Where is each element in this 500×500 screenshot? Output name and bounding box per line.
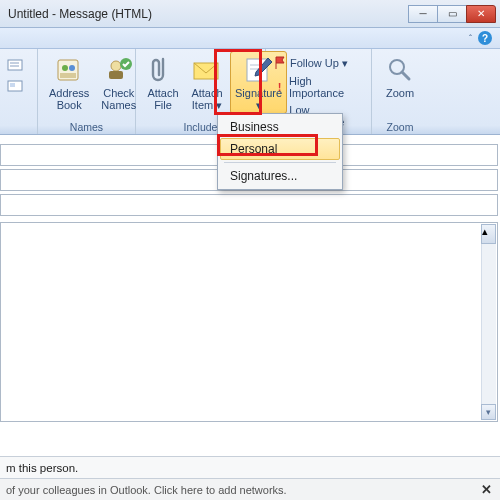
signature-menu-personal[interactable]: Personal (220, 138, 340, 160)
svg-rect-0 (8, 60, 22, 70)
social-connector-text: of your colleagues in Outlook. Click her… (6, 484, 287, 496)
high-importance-button[interactable]: ! High Importance (272, 74, 365, 100)
zoom-group: Zoom Zoom (372, 49, 428, 134)
names-group-label: Names (38, 121, 135, 133)
attach-file-label: Attach File (147, 87, 178, 111)
address-book-icon (53, 54, 85, 86)
names-group: Address Book Check Names Names (38, 49, 136, 134)
attach-file-button[interactable]: Attach File (142, 51, 184, 114)
title-bar: Untitled - Message (HTML) ─ ▭ ✕ (0, 0, 500, 28)
flag-icon (274, 56, 286, 70)
address-book-label: Address Book (49, 87, 89, 111)
maximize-button[interactable]: ▭ (437, 5, 467, 23)
scrollbar-track[interactable] (481, 224, 496, 420)
signature-menu: Business Personal Signatures... (217, 113, 343, 190)
signature-menu-signatures[interactable]: Signatures... (220, 165, 340, 187)
zoom-label: Zoom (386, 87, 414, 99)
check-names-label: Check Names (101, 87, 136, 111)
follow-up-label: Follow Up ▾ (290, 57, 348, 70)
zoom-group-label: Zoom (372, 121, 428, 133)
svg-rect-10 (109, 71, 123, 79)
small-ribbon-icon-2[interactable] (6, 76, 26, 96)
address-book-button[interactable]: Address Book (44, 51, 94, 114)
magnifier-icon (384, 54, 416, 86)
menu-separator (224, 162, 336, 163)
help-icon[interactable]: ? (478, 31, 492, 45)
scrollbar-up[interactable]: ▴ (481, 224, 496, 244)
message-body[interactable]: ▴ ▾ (0, 222, 498, 422)
subject-field[interactable] (0, 194, 498, 216)
envelope-icon (191, 54, 223, 86)
clipboard-group-partial (0, 49, 38, 134)
follow-up-button[interactable]: Follow Up ▾ (272, 55, 365, 71)
people-pane-header: m this person. (0, 456, 500, 478)
small-ribbon-icon[interactable] (6, 55, 26, 75)
check-names-icon (103, 54, 135, 86)
svg-point-9 (111, 61, 121, 71)
window-controls: ─ ▭ ✕ (409, 5, 496, 23)
svg-rect-4 (10, 83, 15, 87)
close-icon[interactable]: ✕ (481, 482, 492, 497)
svg-point-7 (69, 65, 75, 71)
svg-line-17 (402, 72, 409, 79)
attach-item-label: Attach Item ▾ (191, 87, 222, 111)
minimize-button[interactable]: ─ (408, 5, 438, 23)
ribbon-header-row: ˆ ? (0, 28, 500, 49)
paperclip-icon (147, 54, 179, 86)
attach-item-button[interactable]: Attach Item ▾ (186, 51, 228, 114)
check-names-button[interactable]: Check Names (96, 51, 141, 114)
svg-point-6 (62, 65, 68, 71)
social-connector-bar[interactable]: of your colleagues in Outlook. Click her… (0, 478, 500, 500)
people-pane-text: m this person. (6, 462, 78, 474)
window-title: Untitled - Message (HTML) (8, 7, 409, 21)
close-button[interactable]: ✕ (466, 5, 496, 23)
zoom-button[interactable]: Zoom (378, 51, 422, 102)
high-importance-label: High Importance (289, 75, 363, 99)
signature-menu-business[interactable]: Business (220, 116, 340, 138)
exclamation-icon: ! (274, 81, 285, 93)
scrollbar-down[interactable]: ▾ (481, 404, 496, 420)
svg-rect-8 (60, 73, 76, 78)
ribbon-collapse-icon[interactable]: ˆ (469, 33, 472, 43)
